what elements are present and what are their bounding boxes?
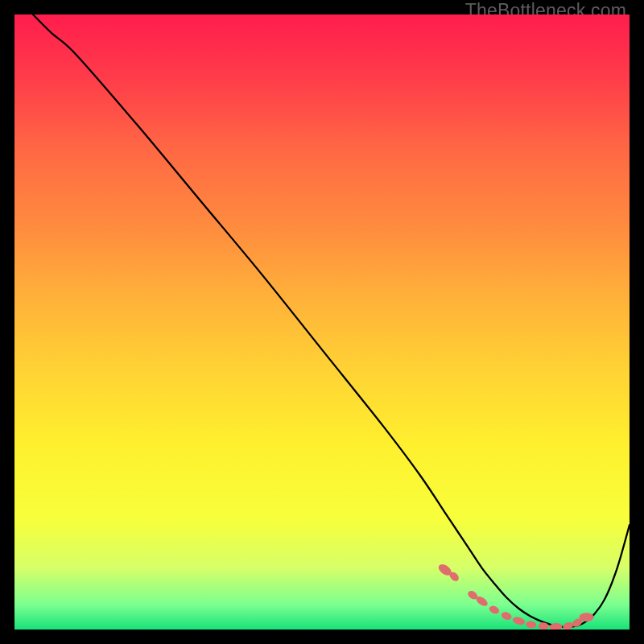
marker-dot xyxy=(549,623,562,630)
marker-dot xyxy=(488,605,501,616)
marker-dot xyxy=(475,595,489,609)
marker-dot xyxy=(436,562,453,578)
marker-dot xyxy=(500,611,512,621)
marker-dot xyxy=(562,621,574,630)
bottleneck-curve xyxy=(33,14,630,627)
marker-dot xyxy=(571,617,584,628)
marker-dot xyxy=(466,589,479,601)
curve-svg xyxy=(14,14,630,630)
marker-dot xyxy=(512,616,526,626)
marker-dot xyxy=(580,613,594,621)
flat-region-markers xyxy=(436,562,593,630)
marker-dot xyxy=(526,621,537,630)
plot-area xyxy=(14,14,630,630)
marker-dot xyxy=(538,622,548,630)
chart-frame: TheBottleneck.com xyxy=(0,0,644,644)
marker-dot xyxy=(448,571,460,584)
